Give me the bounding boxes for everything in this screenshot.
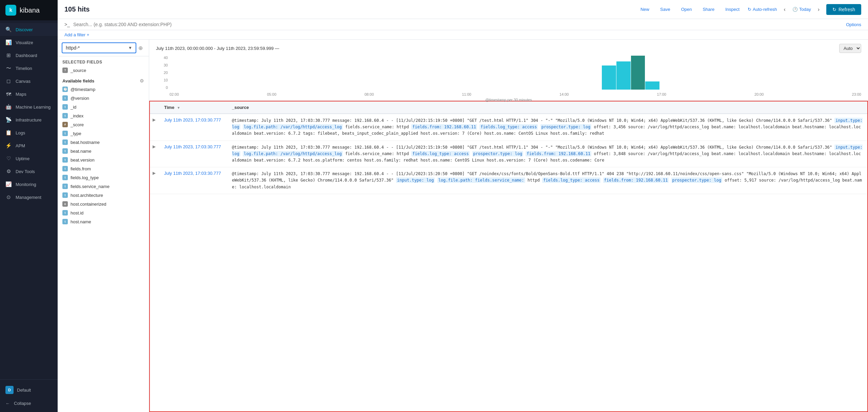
collapse-icon: ←	[5, 401, 10, 406]
sidebar-profile-item[interactable]: D Default	[0, 382, 58, 397]
sidebar-item-infrastructure[interactable]: 📡 Infrastructure	[0, 113, 58, 126]
kibana-logo-text: kibana	[20, 6, 40, 14]
field-item-_id[interactable]: t _id	[58, 102, 149, 111]
sidebar-label-timelion: Timelion	[16, 66, 32, 71]
sidebar-item-visualize[interactable]: 📊 Visualize	[0, 36, 58, 49]
sidebar-label-visualize: Visualize	[16, 40, 33, 45]
apm-icon: ⚡	[5, 143, 12, 149]
chart-bars-area	[170, 56, 861, 90]
histogram-chart: 40 30 20 10 0 02:00 05:00 08:00 11:00 14…	[156, 56, 861, 96]
auto-refresh-label: Auto-refresh	[753, 7, 777, 12]
field-name-fields-service_name: fields.service_name	[71, 184, 110, 189]
sidebar-item-ml[interactable]: 🤖 Machine Learning	[0, 100, 58, 113]
panel-toggle-icon[interactable]: ⊕	[138, 45, 143, 51]
sidebar-item-maps[interactable]: 🗺 Maps	[0, 88, 58, 100]
dropdown-arrow-icon: ▼	[128, 45, 132, 50]
field-item-_index[interactable]: t _index	[58, 111, 149, 120]
results-area: Time ▼ _source ▶July 11th 2023, 17:03:30…	[149, 101, 868, 412]
available-fields-heading: Available fields	[62, 78, 94, 83]
field-type-badge-question: ?	[62, 68, 68, 73]
field-name-@timestamp: @timestamp	[71, 87, 95, 92]
inspect-button[interactable]: Inspect	[723, 5, 742, 13]
fields-list: 🕐 @timestamp t @version t _id t _index #…	[58, 85, 149, 226]
badge-fields-service_name: t	[62, 184, 68, 189]
sidebar-item-apm[interactable]: ⚡ APM	[0, 139, 58, 152]
next-time-button[interactable]: ›	[816, 5, 821, 14]
field-name-beat-version: beat.version	[71, 157, 95, 163]
y-label-30: 30	[164, 63, 168, 67]
time-sort-icon[interactable]: ▼	[177, 106, 180, 110]
field-name-_id: _id	[71, 105, 76, 110]
sidebar-label-maps: Maps	[16, 92, 26, 97]
selected-field-source[interactable]: ? _source	[58, 66, 149, 75]
time-col-header: Time ▼	[159, 101, 227, 114]
badge-@version: t	[62, 95, 68, 101]
index-selector: httpd-* ▼ ⊕	[58, 40, 149, 56]
sidebar-item-monitoring[interactable]: 📈 Monitoring	[0, 178, 58, 191]
today-button[interactable]: 🕐 Today	[792, 7, 811, 12]
index-pattern-dropdown[interactable]: httpd-* ▼	[62, 42, 136, 53]
options-button[interactable]: Options	[846, 22, 861, 27]
sidebar-item-canvas[interactable]: ◻ Canvas	[0, 75, 58, 88]
field-item-_score[interactable]: # _score	[58, 120, 149, 129]
maps-icon: 🗺	[5, 91, 12, 97]
badge-host-id: t	[62, 210, 68, 216]
gear-icon[interactable]: ⚙	[140, 78, 144, 83]
field-item-@timestamp[interactable]: 🕐 @timestamp	[58, 85, 149, 94]
expand-button-0[interactable]: ▶	[150, 114, 159, 141]
field-item-host-name[interactable]: t host.name	[58, 217, 149, 226]
field-item-host-containerized[interactable]: o host.containerized	[58, 200, 149, 208]
sidebar-item-devtools[interactable]: ⚙ Dev Tools	[0, 165, 58, 178]
new-button[interactable]: New	[638, 5, 652, 13]
result-source-1: @timestamp: July 11th 2023, 17:03:30.777…	[227, 141, 867, 167]
expand-col-header	[150, 101, 159, 114]
field-item-fields-service_name[interactable]: t fields.service_name	[58, 182, 149, 191]
field-name-_index: _index	[71, 113, 83, 118]
open-button[interactable]: Open	[678, 5, 695, 13]
sidebar-item-management[interactable]: ⊙ Management	[0, 191, 58, 204]
sidebar-label-ml: Machine Learning	[16, 105, 51, 110]
refresh-cycle-icon: ↻	[748, 7, 751, 12]
field-name-host-id: host.id	[71, 210, 83, 216]
filter-bar: Add a filter +	[58, 30, 868, 40]
refresh-button[interactable]: ↻ Refresh	[826, 4, 861, 15]
field-item-beat-name[interactable]: t beat.name	[58, 147, 149, 155]
expand-button-2[interactable]: ▶	[150, 167, 159, 194]
histogram-area: July 11th 2023, 00:00:00.000 - July 11th…	[149, 40, 868, 101]
share-button[interactable]: Share	[700, 5, 717, 13]
field-item-fields-from[interactable]: t fields.from	[58, 164, 149, 173]
collapse-button[interactable]: ← Collapse	[0, 397, 58, 409]
table-row: ▶July 11th 2023, 17:03:30.777@timestamp:…	[150, 141, 867, 167]
uptime-icon: ♡	[5, 155, 12, 162]
field-name-beat-hostname: beat.hostname	[71, 140, 100, 145]
expand-button-1[interactable]: ▶	[150, 141, 159, 167]
field-item-host-id[interactable]: t host.id	[58, 208, 149, 217]
auto-refresh-button[interactable]: ↻ Auto-refresh	[748, 7, 777, 12]
dashboard-icon: ⊞	[5, 52, 12, 58]
sidebar-item-timelion[interactable]: 〜 Timelion	[0, 62, 58, 75]
add-filter-button[interactable]: Add a filter +	[64, 32, 89, 37]
field-item-beat-version[interactable]: t beat.version	[58, 155, 149, 164]
sidebar-item-dashboard[interactable]: ⊞ Dashboard	[0, 49, 58, 62]
sidebar-item-discover[interactable]: 🔍 Discover	[0, 23, 58, 36]
badge-beat-hostname: t	[62, 139, 68, 145]
discover-icon: 🔍	[5, 26, 12, 33]
sidebar: k kibana 🔍 Discover 📊 Visualize ⊞ Dashbo…	[0, 0, 58, 412]
field-item-@version[interactable]: t @version	[58, 94, 149, 102]
interval-select[interactable]: Auto	[839, 44, 861, 53]
result-source-0: @timestamp: July 11th 2023, 17:03:30.777…	[227, 114, 867, 141]
search-input[interactable]	[73, 22, 843, 27]
save-button[interactable]: Save	[657, 5, 673, 13]
prev-time-button[interactable]: ‹	[783, 5, 787, 14]
sidebar-item-uptime[interactable]: ♡ Uptime	[0, 152, 58, 165]
chart-bar-31	[616, 61, 631, 90]
sidebar-label-monitoring: Monitoring	[16, 182, 36, 187]
field-name-host-containerized: host.containerized	[71, 202, 106, 207]
field-item-host-architecture[interactable]: t host.architecture	[58, 191, 149, 200]
sidebar-label-logs: Logs	[16, 130, 25, 135]
sidebar-item-logs[interactable]: 📋 Logs	[0, 126, 58, 139]
field-item-fields-log_type[interactable]: t fields.log_type	[58, 173, 149, 182]
field-item-_type[interactable]: t _type	[58, 129, 149, 138]
field-item-beat-hostname[interactable]: t beat.hostname	[58, 138, 149, 147]
sidebar-bottom: D Default ← Collapse	[0, 379, 58, 412]
